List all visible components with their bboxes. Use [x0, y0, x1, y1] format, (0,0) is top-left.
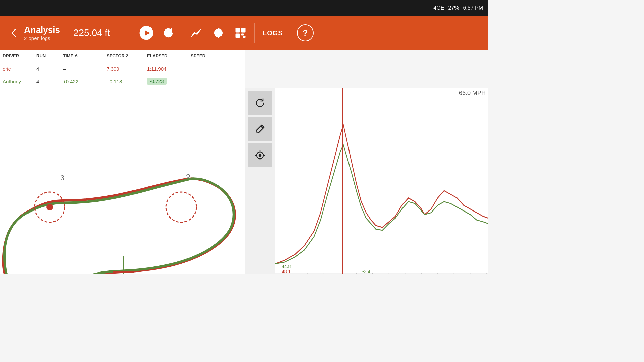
sector2-eric: 7.309 [107, 66, 147, 72]
driver-eric: eric [3, 66, 36, 72]
svg-text:3: 3 [60, 174, 64, 182]
status-bar: 4GE 27% 6:57 PM [0, 0, 488, 16]
run-eric: 4 [36, 66, 63, 72]
svg-point-13 [166, 192, 196, 222]
chart-cursor-line [342, 88, 343, 274]
svg-rect-8 [236, 28, 240, 32]
back-button[interactable] [4, 28, 24, 38]
chart-cursor-delta: -3.4 [362, 269, 370, 274]
svg-rect-11 [241, 34, 244, 35]
open-logs-subtitle: 2 open logs [24, 35, 60, 41]
time-delta-anthony: +0.422 [63, 79, 107, 84]
table-row-anthony: Anthony 4 +0.422 +0.118 -0.723 [0, 75, 245, 88]
edit-button[interactable] [248, 117, 272, 141]
map-area[interactable]: 3 2 1 [Start] Start Marker Ing Marker 36… [0, 88, 245, 274]
col-header-speed: SPEED [191, 53, 231, 58]
chart-line-button[interactable] [186, 23, 206, 43]
target-button[interactable] [209, 23, 228, 43]
svg-point-15 [46, 204, 53, 210]
title-block: Analysis 2 open logs [24, 25, 60, 41]
logs-button[interactable]: LOGS [263, 29, 283, 37]
svg-rect-10 [236, 34, 240, 38]
chart-area[interactable]: 66.0 MPH 0ft [275, 88, 488, 274]
col-header-time: TIME Δ [63, 53, 107, 58]
locate-button[interactable] [248, 143, 272, 167]
main-content: 3 2 1 [Start] Start Marker Ing Marker 36… [0, 88, 488, 274]
table-row-eric: eric 4 – 7.309 1:11.904 [0, 62, 245, 75]
speed-label: 66.0 MPH [456, 88, 488, 98]
time-delta-eric: – [63, 66, 107, 72]
rotate-button[interactable] [248, 91, 272, 115]
page-title: Analysis [24, 25, 60, 35]
sector2-anthony: +0.118 [107, 79, 147, 84]
chart-svg: 0ft 500ft [275, 88, 488, 274]
side-buttons [245, 88, 275, 274]
chart-eric-value: 48.1 [282, 269, 291, 274]
chart-anthony-value: 44.8 [282, 264, 291, 269]
distance-display: 225.04 ft [73, 27, 127, 38]
svg-rect-12 [243, 36, 245, 38]
run-anthony: 4 [36, 79, 63, 84]
elapsed-eric: 1:11.904 [147, 66, 191, 72]
col-header-elapsed: ELAPSED [147, 53, 191, 58]
driver-anthony: Anthony [3, 79, 36, 84]
help-button[interactable]: ? [297, 24, 314, 41]
replay-button[interactable] [159, 23, 178, 43]
elapsed-anthony-value: -0.723 [147, 78, 167, 85]
header: Analysis 2 open logs 225.04 ft [0, 16, 488, 50]
svg-point-30 [259, 154, 261, 156]
lte-label: 4GE [433, 5, 444, 11]
col-header-run: RUN [36, 53, 63, 58]
layout-button[interactable] [231, 23, 250, 43]
play-button[interactable] [137, 23, 156, 43]
svg-point-3 [217, 32, 219, 34]
svg-rect-9 [241, 28, 245, 32]
battery-percent: 27% [448, 5, 459, 11]
table-header: DRIVER RUN TIME Δ SECTOR 2 ELAPSED SPEED [0, 50, 245, 62]
elapsed-anthony: -0.723 [147, 78, 191, 84]
col-header-driver: DRIVER [3, 53, 36, 58]
status-time: 6:57 PM [463, 5, 483, 11]
svg-text:2: 2 [186, 173, 190, 181]
col-header-sector: SECTOR 2 [107, 53, 147, 58]
track-svg: 3 2 1 [Start] Start Marker Ing Marker [0, 88, 245, 274]
data-table: DRIVER RUN TIME Δ SECTOR 2 ELAPSED SPEED… [0, 50, 245, 88]
